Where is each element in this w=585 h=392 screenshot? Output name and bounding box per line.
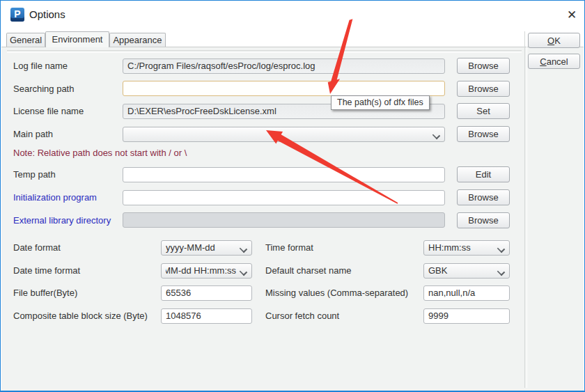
license-file-label: License file name bbox=[13, 106, 84, 116]
ok-button[interactable]: OK bbox=[528, 33, 580, 48]
charset-combobox[interactable]: GBK bbox=[423, 263, 510, 279]
environment-panel: Log file name C:/Program Files/raqsoft/e… bbox=[1, 47, 584, 391]
button-label: Edit bbox=[458, 167, 509, 182]
divider bbox=[7, 50, 522, 53]
cancel-button[interactable]: Cancel bbox=[528, 54, 580, 69]
init-program-label: Initialization program bbox=[13, 192, 97, 203]
chevron-down-icon bbox=[240, 268, 247, 276]
block-size-label: Composite table block size (Byte) bbox=[13, 311, 148, 321]
options-dialog: P Options ✕ General Environment Appearan… bbox=[0, 0, 585, 392]
tab-appearance[interactable]: Appearance bbox=[109, 33, 166, 47]
button-label: Browse bbox=[458, 190, 509, 205]
tab-appearance-label: Appearance bbox=[113, 35, 162, 45]
button-label: Cancel bbox=[529, 54, 579, 69]
dfx-path-tooltip: The path(s) of dfx files bbox=[331, 95, 430, 110]
button-label: Browse bbox=[458, 81, 509, 96]
ext-lib-browse-button[interactable]: Browse bbox=[457, 212, 510, 228]
file-buffer-label: File buffer(Byte) bbox=[13, 288, 77, 298]
temp-path-edit-button[interactable]: Edit bbox=[457, 166, 510, 182]
relative-path-note: Note: Relative path does not start with … bbox=[13, 148, 187, 158]
ext-lib-label: External library directory bbox=[13, 215, 111, 226]
date-format-combobox[interactable]: yyyy-MM-dd bbox=[161, 240, 252, 256]
init-program-input[interactable] bbox=[123, 190, 445, 205]
searching-path-input[interactable] bbox=[123, 81, 445, 96]
main-path-combobox[interactable] bbox=[123, 127, 445, 142]
title-bar: P Options ✕ bbox=[1, 1, 584, 29]
init-program-browse-button[interactable]: Browse bbox=[457, 189, 510, 205]
log-file-browse-button[interactable]: Browse bbox=[457, 58, 510, 74]
missing-values-label: Missing values (Comma-separated) bbox=[265, 288, 408, 298]
main-path-browse-button[interactable]: Browse bbox=[457, 126, 510, 142]
charset-label: Default charset name bbox=[265, 265, 352, 276]
block-size-input[interactable]: 1048576 bbox=[161, 308, 252, 324]
tab-general-label: General bbox=[10, 35, 42, 45]
datetime-format-combobox[interactable]: yyyy-MM-dd HH:mm:ss bbox=[161, 263, 252, 279]
button-label: Set bbox=[458, 104, 509, 118]
chevron-down-icon bbox=[497, 268, 505, 276]
button-label: OK bbox=[529, 33, 579, 48]
chevron-down-icon bbox=[432, 132, 440, 139]
log-file-input[interactable]: C:/Program Files/raqsoft/esProc/log/espr… bbox=[123, 58, 445, 74]
divider bbox=[524, 31, 527, 388]
ext-lib-input[interactable] bbox=[123, 212, 445, 228]
datetime-format-label: Date time format bbox=[13, 265, 80, 276]
combo-value: HH:mm:ss bbox=[428, 241, 494, 255]
button-label: Browse bbox=[458, 58, 509, 73]
searching-path-label: Searching path bbox=[13, 84, 74, 94]
temp-path-label: Temp path bbox=[13, 169, 56, 180]
license-set-button[interactable]: Set bbox=[457, 103, 510, 119]
time-format-combobox[interactable]: HH:mm:ss bbox=[423, 240, 510, 256]
window-title: Options bbox=[29, 8, 65, 20]
missing-values-input[interactable]: nan,null,n/a bbox=[423, 285, 510, 301]
cursor-fetch-input[interactable]: 9999 bbox=[423, 308, 510, 324]
close-icon[interactable]: ✕ bbox=[562, 6, 582, 24]
log-file-label: Log file name bbox=[13, 61, 68, 71]
temp-path-input[interactable] bbox=[123, 167, 445, 182]
combo-value: yyyy-MM-dd bbox=[166, 241, 236, 255]
time-format-label: Time format bbox=[265, 242, 313, 253]
button-label: Browse bbox=[458, 127, 509, 141]
date-format-label: Date format bbox=[13, 242, 61, 253]
cursor-fetch-label: Cursor fetch count bbox=[265, 311, 339, 321]
file-buffer-input[interactable]: 65536 bbox=[161, 285, 252, 301]
tab-environment-label: Environment bbox=[52, 34, 103, 45]
combo-value: GBK bbox=[428, 264, 494, 278]
chevron-down-icon bbox=[240, 245, 247, 253]
combo-value: yyyy-MM-dd HH:mm:ss bbox=[166, 264, 236, 278]
chevron-down-icon bbox=[497, 245, 505, 253]
button-label: Browse bbox=[458, 213, 509, 228]
tab-environment[interactable]: Environment bbox=[45, 31, 109, 47]
tab-general[interactable]: General bbox=[6, 33, 45, 47]
main-path-label: Main path bbox=[13, 129, 53, 139]
searching-path-browse-button[interactable]: Browse bbox=[457, 81, 510, 97]
app-logo-icon: P bbox=[10, 8, 24, 22]
